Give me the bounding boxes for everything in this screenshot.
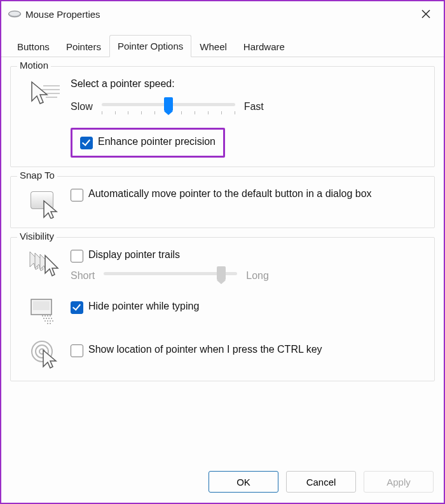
svg-point-14 — [47, 315, 48, 317]
close-icon — [421, 10, 430, 18]
pointer-trails-label: Display pointer trails — [88, 249, 180, 261]
trails-long-label: Long — [246, 270, 269, 282]
tab-content: Motion Select a pointer speed: — [1, 57, 444, 462]
snap-to-label: Automatically move pointer to the defaul… — [88, 188, 372, 200]
dialog-button-bar: OK Cancel Apply — [1, 462, 444, 503]
pointer-speed-label: Select a pointer speed: — [71, 78, 425, 90]
mouse-icon — [8, 10, 22, 18]
ctrl-location-checkbox[interactable] — [71, 344, 83, 357]
svg-point-21 — [50, 315, 51, 317]
hide-pointer-icon — [20, 296, 71, 326]
tab-pointers[interactable]: Pointers — [58, 36, 109, 57]
title-bar: Mouse Properties — [1, 1, 444, 25]
tab-bar: Buttons Pointers Pointer Options Wheel H… — [1, 25, 444, 57]
snap-to-checkbox[interactable] — [71, 189, 83, 201]
tab-hardware[interactable]: Hardware — [235, 36, 293, 57]
speed-fast-label: Fast — [244, 101, 264, 112]
tab-pointer-options[interactable]: Pointer Options — [109, 35, 191, 57]
enhance-precision-label: Enhance pointer precision — [98, 136, 216, 147]
mouse-properties-window: Mouse Properties Buttons Pointers Pointe… — [0, 0, 445, 504]
tab-wheel[interactable]: Wheel — [191, 36, 235, 57]
svg-point-22 — [51, 318, 52, 319]
tab-buttons[interactable]: Buttons — [9, 36, 58, 57]
svg-point-19 — [47, 320, 48, 322]
trails-short-label: Short — [71, 270, 95, 282]
hide-pointer-checkbox[interactable] — [71, 301, 83, 314]
pointer-trails-slider — [104, 266, 237, 285]
snap-to-icon — [20, 188, 71, 219]
svg-point-13 — [44, 315, 46, 317]
svg-point-16 — [46, 318, 47, 319]
svg-point-23 — [52, 320, 53, 322]
svg-point-25 — [50, 323, 51, 324]
motion-cursor-icon — [20, 78, 71, 106]
svg-point-17 — [48, 318, 50, 319]
close-button[interactable] — [414, 5, 437, 23]
svg-rect-11 — [33, 301, 50, 310]
svg-point-1 — [10, 11, 20, 16]
ctrl-location-label: Show location of pointer when I press th… — [88, 344, 322, 355]
speed-slow-label: Slow — [71, 101, 93, 112]
group-snap-to-label: Snap To — [17, 170, 57, 180]
highlight-enhance-precision: Enhance pointer precision — [71, 128, 225, 158]
group-motion: Motion Select a pointer speed: — [10, 66, 435, 167]
pointer-trails-icon — [20, 249, 71, 278]
group-snap-to: Snap To Automatically move pointer to th… — [10, 176, 435, 228]
apply-button: Apply — [364, 471, 434, 493]
cancel-button[interactable]: Cancel — [286, 471, 356, 493]
window-title: Mouse Properties — [25, 9, 414, 20]
group-visibility-label: Visibility — [17, 231, 57, 242]
group-visibility: Visibility Displ — [10, 237, 435, 381]
hide-pointer-label: Hide pointer while typing — [88, 301, 199, 312]
svg-point-24 — [47, 323, 48, 324]
svg-point-20 — [50, 320, 51, 322]
svg-point-12 — [42, 315, 43, 317]
ctrl-location-icon — [20, 337, 71, 369]
pointer-trails-checkbox[interactable] — [71, 250, 83, 262]
group-motion-label: Motion — [17, 60, 51, 71]
ok-button[interactable]: OK — [209, 471, 278, 493]
svg-point-15 — [43, 318, 44, 319]
enhance-precision-checkbox[interactable] — [80, 137, 93, 149]
svg-point-18 — [44, 320, 46, 322]
pointer-speed-slider[interactable] — [102, 97, 235, 116]
